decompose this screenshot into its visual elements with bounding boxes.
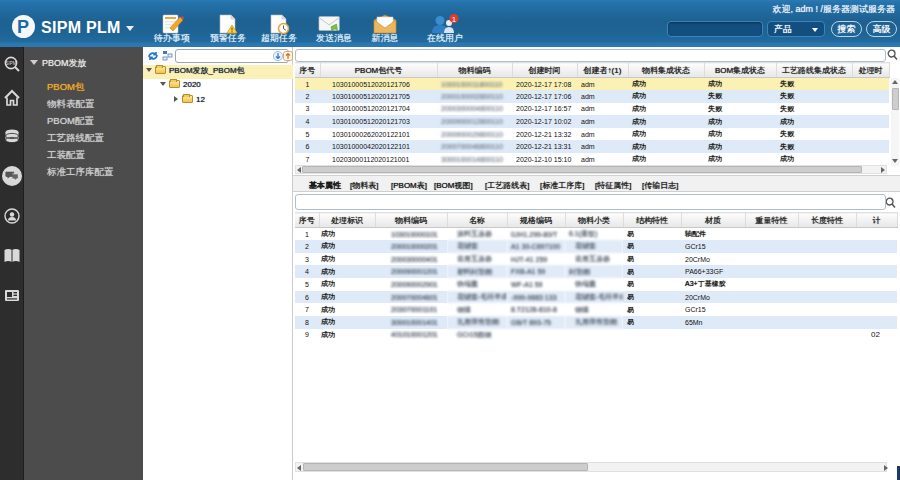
svg-text:SIPM: SIPM — [5, 61, 16, 66]
svg-text:1: 1 — [452, 15, 457, 24]
